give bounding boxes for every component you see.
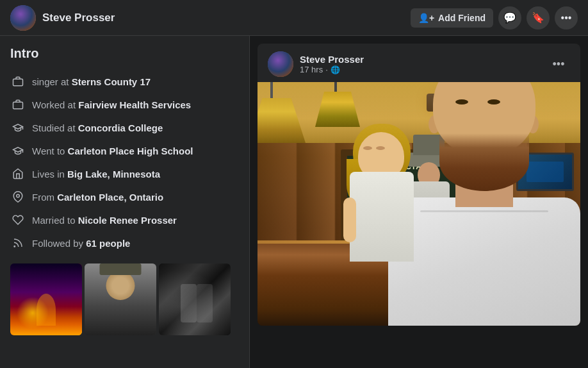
home-icon <box>10 166 26 181</box>
post-image: GAME SPECIALS W $15 V $10 Twins <box>257 82 580 326</box>
intro-text-work1: singer at Sterns County 17 <box>32 76 151 87</box>
avatar[interactable] <box>10 5 36 31</box>
svg-point-3 <box>14 246 15 247</box>
rss-icon <box>10 235 26 251</box>
graduation-cap-icon <box>10 120 26 135</box>
messenger-button[interactable]: 💬 <box>498 6 521 29</box>
intro-text-education1: Studied at Concordia College <box>32 122 163 133</box>
add-friend-label: Add Friend <box>438 13 486 23</box>
main-content: Intro singer at Sterns County 17 Worked … <box>0 36 588 368</box>
add-friend-button[interactable]: 👤+ Add Friend <box>411 8 493 28</box>
messenger-icon: 💬 <box>503 12 516 24</box>
bar-scene: GAME SPECIALS W $15 V $10 Twins <box>257 82 580 326</box>
intro-item-followers: Followed by 61 people <box>10 231 239 255</box>
intro-item-education1: Studied at Concordia College <box>10 116 239 139</box>
intro-item-work2: Worked at Fairview Health Services <box>10 93 239 116</box>
bookmark-icon: 🔖 <box>532 12 544 24</box>
intro-item-location2: From Carleton Place, Ontario <box>10 185 239 208</box>
intro-item-location1: Lives in Big Lake, Minnesota <box>10 162 239 185</box>
save-button[interactable]: 🔖 <box>527 6 550 29</box>
intro-text-education2: Went to Carleton Place High School <box>32 146 193 156</box>
intro-text-location1: Lives in Big Lake, Minnesota <box>32 169 160 180</box>
feed: Steve Prosser 17 hrs · 🌐 ••• <box>250 36 588 368</box>
header-actions: 👤+ Add Friend 💬 🔖 ••• <box>411 6 578 29</box>
sidebar: Intro singer at Sterns County 17 Worked … <box>0 36 250 368</box>
intro-text-work2: Worked at Fairview Health Services <box>32 99 191 110</box>
briefcase-icon <box>10 74 26 89</box>
post-author-name[interactable]: Steve Prosser <box>300 54 364 65</box>
more-icon: ••• <box>561 12 572 24</box>
photos-row <box>10 263 239 335</box>
intro-item-work1: singer at Sterns County 17 <box>10 70 239 93</box>
intro-text-relationship: Married to Nicole Renee Prosser <box>32 215 177 226</box>
add-friend-icon: 👤+ <box>418 13 434 23</box>
intro-text-followers: Followed by 61 people <box>32 238 130 249</box>
post-author-info: Steve Prosser 17 hrs · 🌐 <box>300 54 364 74</box>
photo-thumb-2[interactable] <box>85 263 156 335</box>
map-pin-icon <box>10 189 26 205</box>
globe-icon: 🌐 <box>331 65 340 74</box>
post-avatar[interactable] <box>268 51 293 77</box>
intro-title: Intro <box>10 46 239 61</box>
briefcase-icon-2 <box>10 97 26 112</box>
top-header: Steve Prosser 👤+ Add Friend 💬 🔖 ••• <box>0 0 588 36</box>
post-more-button[interactable]: ••• <box>547 53 570 76</box>
intro-item-education2: Went to Carleton Place High School <box>10 139 239 162</box>
header-left: Steve Prosser <box>10 5 115 31</box>
dot-separator: · <box>325 65 328 74</box>
heart-icon <box>10 212 26 228</box>
post-time: 17 hrs <box>300 65 323 74</box>
post-meta: 17 hrs · 🌐 <box>300 65 364 74</box>
more-options-button[interactable]: ••• <box>555 6 578 29</box>
post-header-left: Steve Prosser 17 hrs · 🌐 <box>268 51 364 77</box>
post-more-icon: ••• <box>553 58 565 71</box>
photo-thumb-3[interactable] <box>159 263 231 335</box>
intro-text-location2: From Carleton Place, Ontario <box>32 192 163 203</box>
intro-item-relationship: Married to Nicole Renee Prosser <box>10 208 239 231</box>
svg-rect-1 <box>13 102 23 109</box>
photo-thumb-1[interactable] <box>10 263 82 335</box>
svg-rect-0 <box>13 79 23 86</box>
svg-point-2 <box>17 194 20 197</box>
graduation-cap-icon-2 <box>10 143 26 158</box>
profile-name: Steve Prosser <box>42 12 115 24</box>
post-header: Steve Prosser 17 hrs · 🌐 ••• <box>257 44 580 82</box>
post-card: Steve Prosser 17 hrs · 🌐 ••• <box>257 44 580 326</box>
